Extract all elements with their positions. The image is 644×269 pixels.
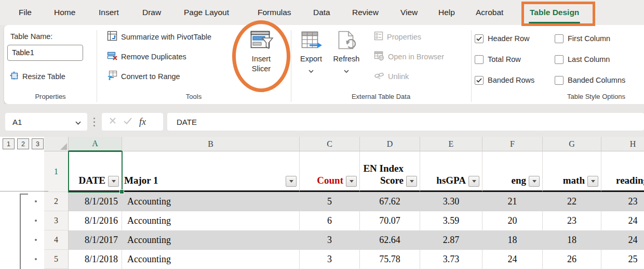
select-all-corner[interactable]	[44, 137, 69, 151]
cell-f1[interactable]: eng	[482, 151, 543, 192]
cell-g2[interactable]: 22	[543, 192, 601, 211]
column-header-c[interactable]: C	[300, 137, 360, 151]
cell-e5[interactable]: 3.73	[420, 250, 482, 269]
cell-b5[interactable]: Accounting	[122, 250, 300, 269]
cell-a4[interactable]: 8/1/2017	[69, 230, 122, 250]
filter-dropdown-icon[interactable]	[587, 176, 598, 187]
row-header-1[interactable]: 1	[44, 151, 69, 192]
tab-acrobat[interactable]: Acrobat	[476, 0, 503, 25]
cell-a2[interactable]: 8/1/2015	[69, 192, 122, 211]
outline-group-bracket[interactable]	[20, 194, 28, 269]
cell-h4[interactable]: 24	[601, 230, 644, 250]
cell-h1[interactable]: reading	[601, 151, 644, 192]
cell-a1[interactable]: DATE	[69, 151, 122, 192]
cell-e2[interactable]: 3.30	[420, 192, 482, 211]
cell-b3[interactable]: Accounting	[122, 211, 300, 230]
cell-e1[interactable]: hsGPA	[420, 151, 482, 192]
cell-g5[interactable]: 26	[543, 250, 601, 269]
insert-function-icon[interactable]: fx	[139, 117, 146, 127]
tab-draw[interactable]: Draw	[142, 0, 161, 25]
column-header-d[interactable]: D	[360, 137, 420, 151]
filter-dropdown-icon[interactable]	[406, 176, 417, 187]
cell-d5[interactable]: 75.78	[360, 250, 420, 269]
table-name-input[interactable]: Table1	[7, 45, 83, 61]
cell-b2[interactable]: Accounting	[122, 192, 300, 211]
open-in-browser-icon	[374, 50, 384, 63]
banded-columns-checkbox[interactable]: Banded Columns	[555, 75, 625, 85]
cell-f2[interactable]: 21	[482, 192, 543, 211]
row-header-5[interactable]: 5	[44, 250, 69, 269]
outline-level-1-button[interactable]: 1	[3, 138, 15, 149]
tab-file[interactable]: File	[19, 0, 32, 25]
column-header-h[interactable]: H	[601, 137, 644, 151]
header-row-checkbox[interactable]: Header Row	[475, 33, 530, 44]
formula-input[interactable]: DATE	[167, 113, 644, 131]
cancel-icon[interactable]	[109, 117, 116, 126]
cell-f5[interactable]: 24	[482, 250, 543, 269]
column-header-g[interactable]: G	[543, 137, 601, 151]
formula-buttons: fx	[102, 113, 163, 131]
header-row-label: Header Row	[488, 34, 530, 43]
row-header-3[interactable]: 3	[44, 211, 69, 230]
column-header-b[interactable]: B	[122, 137, 300, 151]
cell-b1[interactable]: Major 1	[122, 151, 300, 192]
resize-table-button[interactable]: Resize Table	[9, 70, 65, 83]
cell-c1[interactable]: Count	[300, 151, 360, 192]
tab-insert[interactable]: Insert	[99, 0, 119, 25]
cell-d3[interactable]: 70.07	[360, 211, 420, 230]
tab-home[interactable]: Home	[54, 0, 75, 25]
convert-to-range-icon	[107, 70, 117, 83]
cell-d2[interactable]: 67.62	[360, 192, 420, 211]
tab-page-layout[interactable]: Page Layout	[184, 0, 229, 25]
cell-c4[interactable]: 3	[300, 230, 360, 250]
cell-d1[interactable]: EN Index Score	[360, 151, 420, 192]
row-header-4[interactable]: 4	[44, 230, 69, 250]
cell-e4[interactable]: 2.87	[420, 230, 482, 250]
filter-dropdown-icon[interactable]	[346, 176, 357, 187]
first-column-checkbox[interactable]: First Column	[555, 33, 610, 44]
column-header-a[interactable]: A	[69, 137, 122, 151]
cell-g3[interactable]: 23	[543, 211, 601, 230]
filter-dropdown-icon[interactable]	[529, 176, 540, 187]
tab-data[interactable]: Data	[313, 0, 330, 25]
last-column-checkbox[interactable]: Last Column	[555, 54, 610, 65]
refresh-button[interactable]: Refresh	[324, 30, 369, 75]
outline-level-2-button[interactable]: 2	[17, 138, 29, 149]
column-header-e[interactable]: E	[420, 137, 482, 151]
name-box-chevron-icon[interactable]	[75, 118, 81, 126]
cell-a3[interactable]: 8/1/2016	[69, 211, 122, 230]
filter-dropdown-icon[interactable]	[468, 176, 479, 187]
cell-g1[interactable]: math	[543, 151, 601, 192]
cell-h2[interactable]: 23	[601, 192, 644, 211]
cell-c3[interactable]: 6	[300, 211, 360, 230]
cell-g4[interactable]: 18	[543, 230, 601, 250]
banded-rows-checkbox[interactable]: Banded Rows	[475, 75, 534, 85]
formula-bar-drag-handle[interactable]	[93, 118, 95, 119]
cell-a5[interactable]: 8/1/2018	[69, 250, 122, 269]
outline-level-3-button[interactable]: 3	[32, 138, 44, 149]
export-dropdown-chevron-icon[interactable]	[308, 66, 314, 75]
refresh-dropdown-chevron-icon[interactable]	[344, 66, 349, 75]
remove-duplicates-button[interactable]: Remove Duplicates	[107, 50, 186, 63]
tab-view[interactable]: View	[400, 0, 418, 25]
cell-h5[interactable]: 25	[601, 250, 644, 269]
row-header-2[interactable]: 2	[44, 192, 69, 211]
filter-dropdown-icon[interactable]	[286, 176, 297, 187]
tab-help[interactable]: Help	[438, 0, 455, 25]
cell-b4[interactable]: Accounting	[122, 230, 300, 250]
filter-dropdown-icon[interactable]	[108, 176, 119, 187]
cell-d4[interactable]: 62.64	[360, 230, 420, 250]
convert-to-range-button[interactable]: Convert to Range	[107, 70, 180, 83]
tab-review[interactable]: Review	[352, 0, 379, 25]
total-row-checkbox[interactable]: Total Row	[475, 54, 521, 65]
cell-h3[interactable]: 24	[601, 211, 644, 230]
cell-f3[interactable]: 20	[482, 211, 543, 230]
name-box[interactable]: A1	[5, 113, 87, 131]
cell-c5[interactable]: 3	[300, 250, 360, 269]
cell-e3[interactable]: 3.59	[420, 211, 482, 230]
column-header-f[interactable]: F	[482, 137, 543, 151]
summarize-with-pivottable-button[interactable]: Summarize with PivotTable	[107, 30, 211, 44]
cell-f4[interactable]: 18	[482, 230, 543, 250]
enter-icon[interactable]	[124, 117, 132, 126]
cell-c2[interactable]: 5	[300, 192, 360, 211]
